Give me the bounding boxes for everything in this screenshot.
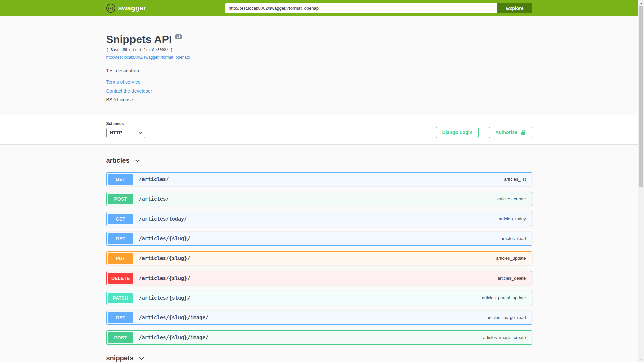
schemes-label: Schemes	[106, 121, 145, 126]
operation-row[interactable]: GET /articles/ articles_list	[106, 172, 532, 186]
page: {-} swagger Explore Snippets API v1 [ Ba…	[0, 0, 638, 362]
operation-path: /articles/{slug}/	[139, 236, 191, 242]
base-url: [ Base URL: test.local:8002/ ]	[106, 48, 532, 52]
operations-root: articles GET /articles/ articles_list PO…	[100, 153, 539, 362]
api-description: Test description	[106, 68, 532, 73]
operation-id: articles_partial_update	[482, 295, 531, 300]
spec-url-form: Explore	[225, 3, 532, 13]
scrollbar-up-button[interactable]: ▲	[638, 0, 644, 6]
contact-developer-link[interactable]: Contact the developer	[106, 88, 152, 94]
operation-list: GET /articles/ articles_list POST /artic…	[106, 168, 532, 345]
method-badge: GET	[108, 174, 133, 185]
operation-row[interactable]: GET /articles/{slug}/image/ articles_ima…	[106, 311, 532, 325]
operation-path: /articles/	[139, 176, 169, 182]
method-badge: POST	[108, 332, 133, 343]
method-badge: GET	[108, 233, 133, 244]
method-badge: DELETE	[108, 273, 133, 284]
arrow-down-icon: ▼	[640, 358, 642, 360]
method-badge: GET	[108, 312, 133, 323]
schemes: Schemes HTTP	[106, 121, 145, 138]
arrow-up-icon: ▲	[640, 2, 642, 4]
page-title: Snippets API v1	[106, 33, 532, 46]
method-badge: PUT	[108, 253, 133, 264]
operation-id: articles_delete	[498, 276, 531, 281]
authorize-button-label: Authorize	[495, 130, 517, 135]
operation-path: /articles/{slug}/	[139, 275, 191, 281]
chevron-down-icon	[135, 158, 140, 164]
operation-path: /articles/{slug}/image/	[139, 315, 209, 321]
topbar: {-} swagger Explore	[0, 0, 638, 16]
scrollbar-down-button[interactable]: ▼	[638, 356, 644, 362]
method-badge: POST	[108, 194, 133, 204]
info-section: Snippets API v1 [ Base URL: test.local:8…	[0, 16, 638, 115]
operation-id: articles_read	[501, 236, 530, 241]
divider	[484, 127, 484, 138]
tag-title: snippets	[106, 354, 134, 362]
operation-id: articles_update	[496, 256, 530, 261]
terms-of-service-link[interactable]: Terms of service	[106, 79, 141, 85]
spec-link[interactable]: http://test.local:8002/swagger/?format=o…	[106, 55, 190, 60]
spec-url-input[interactable]	[225, 3, 497, 13]
operation-id: articles_image_create	[483, 335, 530, 340]
version-badge: v1	[175, 34, 182, 39]
method-badge: PATCH	[108, 293, 133, 303]
operation-path: /articles/{slug}/	[139, 255, 191, 261]
tag-header[interactable]: snippets	[106, 350, 532, 362]
scheme-container: Schemes HTTP Django Login Authorize	[0, 115, 638, 144]
chevron-down-icon	[139, 356, 144, 361]
operation-path: /articles/today/	[139, 216, 187, 222]
operation-row[interactable]: PATCH /articles/{slug}/ articles_partial…	[106, 291, 532, 305]
swagger-logo: {-} swagger	[106, 4, 146, 13]
scrollbar[interactable]: ▲ ▼	[638, 0, 644, 362]
scheme-select[interactable]: HTTP	[106, 128, 145, 138]
tag-section: articles GET /articles/ articles_list PO…	[106, 153, 532, 345]
auth-wrapper: Django Login Authorize	[436, 127, 532, 138]
operation-path: /articles/	[139, 196, 169, 202]
tag-header[interactable]: articles	[106, 153, 532, 168]
tag-title: articles	[106, 157, 130, 164]
operation-row[interactable]: PUT /articles/{slug}/ articles_update	[106, 251, 532, 265]
operation-id: articles_image_read	[486, 315, 530, 320]
brand-name: swagger	[118, 4, 146, 12]
operation-id: articles_today	[499, 216, 530, 221]
authorize-button[interactable]: Authorize	[489, 127, 532, 138]
license-text: BSD License	[106, 97, 532, 102]
method-badge: GET	[108, 214, 133, 224]
operation-row[interactable]: GET /articles/{slug}/ articles_read	[106, 232, 532, 246]
operation-row[interactable]: POST /articles/ articles_create	[106, 192, 532, 206]
unlocked-padlock-icon	[520, 130, 526, 135]
operation-id: articles_create	[497, 196, 531, 201]
api-title-text: Snippets API	[106, 33, 172, 46]
scrollbar-thumb[interactable]	[639, 6, 643, 187]
explore-button[interactable]: Explore	[497, 3, 532, 13]
swagger-logo-icon: {-}	[106, 4, 115, 13]
operation-row[interactable]: DELETE /articles/{slug}/ articles_delete	[106, 271, 532, 285]
operation-row[interactable]: POST /articles/{slug}/image/ articles_im…	[106, 330, 532, 345]
operation-path: /articles/{slug}/	[139, 295, 191, 301]
operation-row[interactable]: GET /articles/today/ articles_today	[106, 212, 532, 226]
django-login-button[interactable]: Django Login	[436, 127, 479, 138]
operation-path: /articles/{slug}/image/	[139, 335, 209, 341]
operation-id: articles_list	[504, 177, 530, 182]
tag-section: snippets GET /snippets/ snippets_list	[106, 350, 532, 362]
info-links: Terms of service Contact the developer B…	[106, 79, 532, 102]
